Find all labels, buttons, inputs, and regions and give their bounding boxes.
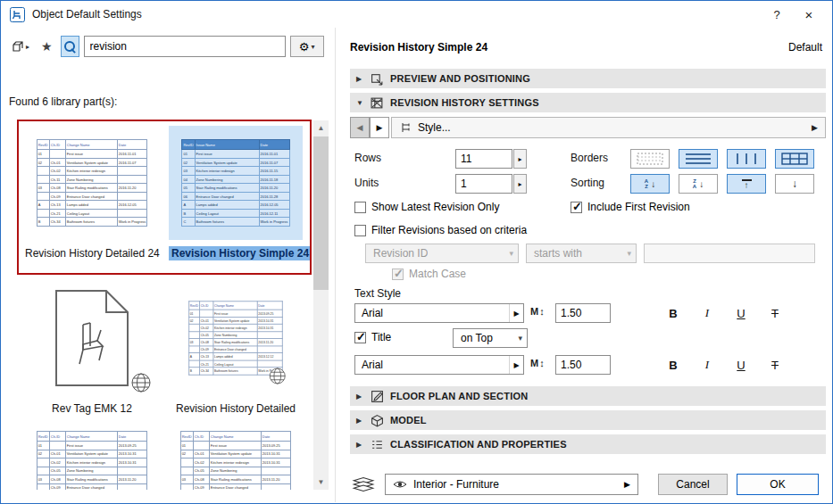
gear-icon: ⚙ bbox=[299, 40, 310, 54]
section-model[interactable]: ▶ MODEL bbox=[350, 410, 826, 430]
scrollbar-thumb[interactable] bbox=[313, 136, 329, 290]
search-input[interactable] bbox=[84, 36, 286, 57]
cancel-button[interactable]: Cancel bbox=[658, 474, 728, 495]
settings-panel: Revision History Simple 24 Default ▶ PRE… bbox=[335, 28, 831, 502]
close-button[interactable]: × bbox=[796, 4, 821, 25]
sort-latest-top-button[interactable]: ↑ bbox=[727, 174, 766, 194]
rows-input[interactable] bbox=[455, 149, 512, 169]
strikethrough-button-title[interactable]: T bbox=[762, 355, 787, 375]
border-vertical-icon bbox=[733, 153, 760, 165]
dropdown-arrow-icon: ▾ bbox=[512, 334, 522, 343]
include-first-revision-checkbox[interactable]: Include First Revision bbox=[571, 200, 690, 214]
section-preview-positioning[interactable]: ▶ PREVIEW AND POSITIONING bbox=[350, 69, 826, 88]
border-horizontal-button[interactable] bbox=[679, 149, 718, 169]
scroll-down-icon[interactable]: ▼ bbox=[313, 475, 329, 490]
filter-revisions-checkbox[interactable]: Filter Revisions based on criteria bbox=[354, 223, 527, 237]
text-size-input-title[interactable] bbox=[555, 355, 611, 375]
checkbox-box bbox=[392, 269, 404, 280]
border-grid-button[interactable] bbox=[775, 149, 814, 169]
bold-button-title[interactable]: B bbox=[661, 355, 686, 375]
title-bar: Object Default Settings ? × bbox=[1, 1, 832, 28]
library-item-rev-tag[interactable]: Rev Tag EMK 12 bbox=[25, 281, 159, 415]
sort-az-icon: A Z bbox=[645, 178, 648, 189]
arrow-up-bar-icon: ↑ bbox=[742, 179, 752, 189]
border-vertical-button[interactable] bbox=[727, 149, 766, 169]
library-item-partial-2[interactable]: RevIDCh-IDChange NameDate01First issue20… bbox=[169, 431, 303, 490]
flyout-arrow-icon: ▸ bbox=[26, 43, 29, 51]
app-icon bbox=[10, 7, 25, 22]
criterion-value-input[interactable] bbox=[644, 244, 815, 263]
section-revision-history-settings[interactable]: ▼ REVISION HISTORY SETTINGS bbox=[350, 93, 826, 112]
title-checkbox[interactable]: Title bbox=[354, 330, 391, 344]
chevron-right-icon: ▶ bbox=[356, 441, 364, 449]
library-browse-button[interactable]: ▸ bbox=[8, 36, 33, 57]
dropdown-arrow-icon: ▾ bbox=[504, 249, 513, 258]
italic-button-title[interactable]: I bbox=[695, 355, 720, 375]
units-flyout-button[interactable]: ▸ bbox=[513, 174, 527, 194]
flyout-arrow-icon: ▸ bbox=[518, 155, 521, 163]
results-scrollbar[interactable]: ▲ ▼ bbox=[313, 120, 329, 490]
flyout-arrow-icon: ▶ bbox=[509, 356, 523, 374]
text-size-input-primary[interactable] bbox=[555, 303, 611, 323]
library-item-simple-24[interactable]: RevIDIssue NameDate01First issue2016.11.… bbox=[169, 126, 303, 260]
library-item-label: Rev Tag EMK 12 bbox=[25, 402, 159, 415]
library-item-detailed[interactable]: RevIDCh-IDChange NameDate01First issue20… bbox=[169, 281, 303, 415]
library-search-panel: ▸ ★ ⚙ ▾ Found 6 library part(s): RevIDCh… bbox=[1, 28, 335, 502]
help-button[interactable]: ? bbox=[764, 4, 789, 25]
previous-style-button[interactable]: ◀ bbox=[350, 117, 370, 138]
strikethrough-button[interactable]: T bbox=[762, 303, 787, 323]
library-item-thumbnail-selected: RevIDIssue NameDate01First issue2016.11.… bbox=[169, 126, 303, 240]
chevron-down-icon: ▼ bbox=[356, 99, 364, 107]
bold-button[interactable]: B bbox=[661, 303, 686, 323]
search-icon bbox=[64, 41, 76, 53]
favorites-button[interactable]: ★ bbox=[37, 36, 56, 57]
font-dropdown-primary[interactable]: Arial ▶ bbox=[354, 303, 524, 323]
classification-list-icon bbox=[371, 438, 384, 451]
units-label: Units bbox=[354, 177, 379, 189]
show-latest-revision-checkbox[interactable]: Show Latest Revision Only bbox=[354, 200, 499, 214]
library-item-thumbnail bbox=[25, 281, 159, 395]
operator-dropdown[interactable]: starts with ▾ bbox=[526, 244, 637, 263]
checkbox-box bbox=[354, 332, 366, 343]
found-count-label: Found 6 library part(s): bbox=[9, 95, 117, 108]
section-classification-properties[interactable]: ▶ CLASSIFICATION AND PROPERTIES bbox=[350, 434, 826, 454]
globe-icon bbox=[130, 372, 152, 393]
search-button[interactable] bbox=[61, 36, 79, 57]
next-style-button[interactable]: ▶ bbox=[370, 117, 389, 138]
ok-button[interactable]: OK bbox=[737, 474, 819, 495]
scroll-up-icon[interactable]: ▲ bbox=[313, 120, 329, 136]
rows-flyout-button[interactable]: ▸ bbox=[513, 149, 527, 169]
text-height-icon: M↕ bbox=[530, 358, 545, 368]
search-settings-button[interactable]: ⚙ ▾ bbox=[290, 36, 324, 57]
underline-button[interactable]: U bbox=[729, 303, 754, 323]
preview-positioning-icon bbox=[371, 72, 384, 86]
title-position-dropdown[interactable]: on Top ▾ bbox=[453, 328, 528, 348]
italic-button[interactable]: I bbox=[695, 303, 720, 323]
checkbox-box bbox=[571, 202, 582, 213]
criterion-dropdown[interactable]: Revision ID ▾ bbox=[365, 244, 519, 263]
sort-latest-bottom-button[interactable]: ↓ bbox=[775, 174, 814, 194]
library-item-label: Revision History Detailed bbox=[169, 402, 303, 415]
chevron-right-icon: ▶ bbox=[356, 75, 364, 83]
sort-ascending-button[interactable]: A Z ↓ bbox=[630, 174, 670, 194]
borders-label: Borders bbox=[571, 152, 608, 164]
eye-icon bbox=[393, 479, 407, 490]
units-input[interactable] bbox=[455, 174, 512, 194]
library-item-detailed-24[interactable]: RevIDCh-IDChange NameDate01First issue20… bbox=[25, 126, 159, 260]
style-button[interactable]: Style... ▶ bbox=[391, 117, 826, 138]
border-none-button[interactable] bbox=[630, 149, 670, 169]
library-item-thumbnail: RevIDCh-IDChange NameDate01First issue20… bbox=[25, 126, 159, 240]
layer-dropdown[interactable]: Interior - Furniture ▶ bbox=[385, 474, 638, 495]
library-item-label-selected: Revision History Simple 24 bbox=[169, 247, 303, 260]
revision-history-icon bbox=[371, 96, 384, 110]
section-floor-plan[interactable]: ▶ FLOOR PLAN AND SECTION bbox=[350, 386, 826, 406]
sort-descending-button[interactable]: Z A ↓ bbox=[679, 174, 718, 194]
underline-button-title[interactable]: U bbox=[729, 355, 754, 375]
text-style-label: Text Style bbox=[354, 287, 401, 300]
library-item-partial-1[interactable]: RevIDCh-IDChange NameDate01First issue20… bbox=[25, 431, 159, 490]
font-dropdown-title[interactable]: Arial ▶ bbox=[354, 355, 524, 375]
selected-object-title: Revision History Simple 24 bbox=[350, 41, 487, 54]
search-toolbar: ▸ ★ ⚙ ▾ bbox=[8, 35, 324, 58]
window-title: Object Default Settings bbox=[32, 8, 142, 21]
match-case-checkbox[interactable]: Match Case bbox=[392, 267, 466, 281]
